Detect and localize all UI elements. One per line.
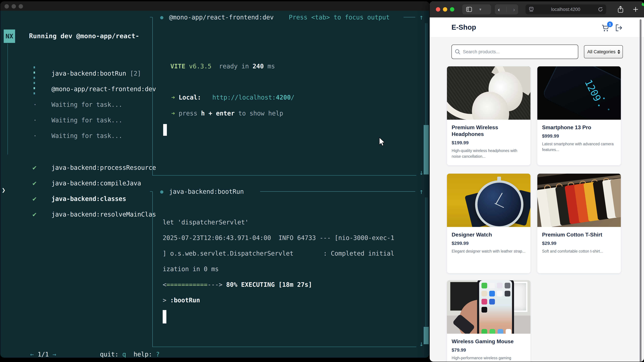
sidebar-button-group[interactable]: ▾ [462,4,491,14]
new-tab-icon[interactable] [632,6,639,13]
scroll-up-icon[interactable]: ↑ [419,13,424,21]
pane-bullet-icon: ● [160,188,163,195]
task-label: java-backend:processResource [52,164,156,171]
zoom-button[interactable] [18,4,23,8]
search-input[interactable] [452,44,578,59]
product-name: Designer Watch [452,231,526,238]
task-tree-line [8,43,8,155]
product-image-tshirts [537,174,621,227]
pager-status[interactable]: ← 1/1 → [8,344,56,358]
task-row-done[interactable]: ✔java-backend:resolveMainClas [10,203,156,225]
scrollbar-track[interactable] [425,197,427,327]
local-url[interactable]: http://localhost: [212,94,276,101]
terminal-body: NX Running dev @mono-app/react- java-bac… [0,11,429,358]
logout-icon[interactable] [615,24,623,32]
minimize-button[interactable] [443,7,447,11]
product-price: $29.99 [542,241,616,246]
pane-title: java-backend:bootRun [169,188,244,195]
category-select[interactable]: All Categories [584,45,623,58]
task-label: java-backend:bootRun [52,70,126,77]
close-button[interactable] [4,4,9,8]
shop-header: E-Shop 1 [430,17,644,37]
product-card[interactable]: Premium Wireless Headphones $199.99 High… [447,66,531,165]
product-name: Wireless Gaming Mouse [452,338,526,345]
cart-count-badge: 1 [607,21,613,27]
spinner-icon [32,85,52,93]
product-description: Elegant designer watch with leather stra… [452,248,526,254]
selected-caret-icon: ❯ [2,186,6,194]
product-description: Soft and comfortable cotton t-shirt... [542,248,616,254]
product-card[interactable]: 12 09 Smartphone 13 Pro $999.99 Latest s… [537,66,621,165]
shop-title: E-Shop [452,23,476,31]
output-pane-frontend[interactable]: ● @mono-app/react-frontend:dev Press <ta… [152,17,416,176]
log-line: 2025-07-23T12:06:43.971-04:00 INFO 64733… [163,234,394,242]
arrow-icon: ➜ [171,110,175,117]
forward-icon[interactable]: › [513,6,515,13]
output-pane-backend[interactable]: ● java-backend:bootRun let 'dispatcherSe… [152,192,416,347]
pane-header: ● java-backend:bootRun [160,187,244,197]
sidebar-icon[interactable] [466,7,472,12]
page-format-icon[interactable] [529,7,534,12]
gradle-prompt-line: >:bootRun [163,297,200,304]
check-icon: ✔ [32,164,52,171]
search-icon [454,49,461,55]
scroll-down-icon[interactable]: ↓ [419,340,424,348]
minimize-button[interactable] [12,4,16,8]
product-card[interactable]: Designer Watch $299.99 Elegant designer … [447,173,531,273]
scrollbar-thumb[interactable] [424,125,429,174]
local-url-line: ➜Local:http://localhost:4200/ [171,94,294,101]
quit-key: q [122,351,126,358]
green-status-dot [642,3,644,6]
product-image-gaming-mouse [447,280,530,334]
pane-header-rule [404,17,415,17]
terminal-run-title: Running dev @mono-app/react- [29,32,139,40]
task-row-waiting[interactable]: ·Waiting for task... [10,125,122,147]
check-icon: ✔ [32,210,52,218]
pane-header: ● @mono-app/react-frontend:dev Press <ta… [160,12,390,22]
address-bar[interactable]: localhost:4200 [526,4,606,14]
product-card[interactable]: Premium Cotton T-Shirt $29.99 Soft and c… [537,173,621,273]
task-label: java-backend:resolveMainClas [52,211,156,218]
product-image-watch [447,174,530,227]
task-label: java-backend:compileJava [52,180,141,187]
page-prev-icon[interactable]: ← [30,351,34,358]
divider [506,6,507,12]
nx-logo: NX [4,29,15,43]
keybind-help: quit: q help: ? [78,344,160,358]
product-name: Premium Cotton T-Shirt [542,231,616,238]
page-next-icon[interactable]: → [52,351,56,358]
product-price: $199.99 [452,140,526,145]
spinner-icon [32,70,52,77]
browser-scrollbar-thumb[interactable] [640,19,642,362]
product-card[interactable]: Wireless Gaming Mouse $79.99 High-perfor… [447,280,531,362]
scroll-down-icon[interactable]: ↓ [419,168,424,176]
help-key: ? [156,351,160,358]
pane-title: @mono-app/react-frontend:dev [169,14,274,21]
product-price: $79.99 [452,348,526,353]
check-icon: ✔ [32,195,52,202]
waiting-bullet-icon: · [32,117,52,124]
pane-bullet-icon: ● [160,14,163,20]
waiting-bullet-icon: · [32,132,52,139]
task-label: Waiting for task... [52,117,122,124]
scrollbar-thumb[interactable] [424,327,429,344]
terminal-window: NX Running dev @mono-app/react- java-bac… [0,1,429,358]
safari-toolbar[interactable]: ▾ ‹ › localhost:4200 [430,1,644,17]
terminal-titlebar[interactable] [0,1,429,11]
zoom-button[interactable] [450,7,454,11]
local-port[interactable]: 4200 [276,94,291,101]
page-indicator: 1/1 [38,351,49,358]
close-button[interactable] [436,7,440,11]
url-text[interactable]: localhost:4200 [534,7,598,12]
back-icon[interactable]: ‹ [498,6,500,13]
product-name: Smartphone 13 Pro [542,124,616,131]
task-label: @mono-app/react-frontend:dev [52,85,156,93]
scroll-up-icon[interactable]: ↑ [419,187,424,196]
check-icon: ✔ [32,179,52,187]
terminal-cursor [163,310,166,324]
reload-icon[interactable] [598,7,603,12]
chevron-down-icon[interactable]: ▾ [479,7,481,12]
terminal-cursor [163,124,167,136]
share-icon[interactable] [617,5,624,13]
product-description: High-quality wireless headphones with no… [452,148,526,159]
